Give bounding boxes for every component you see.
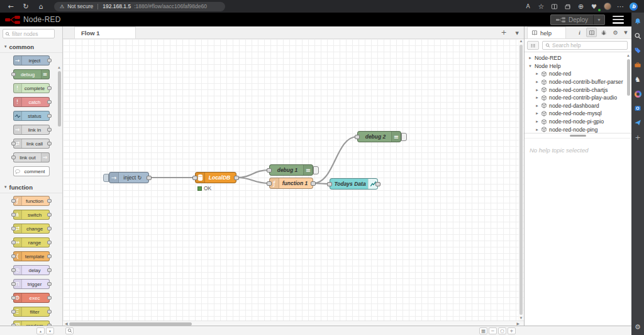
wire[interactable] bbox=[236, 178, 269, 183]
input-port[interactable] bbox=[11, 268, 16, 272]
palette-node-filter[interactable]: Ξfilter bbox=[13, 307, 50, 317]
chevron-right-icon[interactable]: ▸ bbox=[535, 103, 539, 108]
output-port[interactable] bbox=[47, 282, 52, 286]
input-port[interactable] bbox=[11, 241, 16, 244]
chevron-down-icon[interactable]: ▾ bbox=[528, 64, 532, 69]
input-port[interactable] bbox=[11, 296, 16, 300]
read-aloud-icon[interactable]: A bbox=[523, 1, 533, 11]
wire[interactable] bbox=[236, 170, 269, 178]
tab-help[interactable]: help bbox=[527, 26, 566, 38]
scroll-right-icon[interactable]: ▶ bbox=[514, 321, 521, 326]
output-port[interactable] bbox=[47, 241, 52, 244]
sidebar-tab-debug[interactable] bbox=[598, 28, 609, 37]
split-screen-icon[interactable] bbox=[549, 1, 560, 11]
output-port[interactable] bbox=[47, 268, 52, 272]
chevron-right-icon[interactable]: ▸ bbox=[535, 88, 539, 93]
input-port[interactable] bbox=[11, 142, 16, 145]
debug-toggle-button[interactable] bbox=[401, 133, 407, 141]
input-port[interactable] bbox=[192, 176, 197, 180]
chevron-right-icon[interactable]: ▸ bbox=[535, 111, 539, 116]
debug-toggle-button[interactable] bbox=[313, 166, 319, 174]
input-port[interactable] bbox=[11, 254, 16, 258]
deploy-options-caret[interactable]: ▼ bbox=[593, 15, 604, 25]
sidebar-tab-help[interactable] bbox=[586, 28, 597, 37]
help-topic-node-red-contrib-buffer-parser[interactable]: ▸node-red-contrib-buffer-parser bbox=[525, 78, 631, 86]
chevron-right-icon[interactable]: ▸ bbox=[528, 55, 532, 60]
input-port[interactable] bbox=[11, 199, 16, 203]
collapse-all-button[interactable]: ▴ bbox=[36, 327, 45, 334]
palette-scroll-thumb[interactable] bbox=[58, 71, 61, 127]
output-port[interactable] bbox=[47, 114, 52, 118]
address-bar[interactable]: ⚠ Not secure 192.168.1.5:1880/#flow/aacc… bbox=[54, 2, 225, 11]
help-topic-node-red-contrib-play-audio[interactable]: ▸node-red-contrib-play-audio bbox=[525, 94, 631, 102]
output-port[interactable] bbox=[47, 310, 52, 314]
bing-copilot-icon[interactable]: b bbox=[628, 1, 639, 11]
input-port[interactable] bbox=[327, 182, 332, 186]
chart-node[interactable]: Todays Data bbox=[330, 178, 378, 190]
scroll-up-icon[interactable]: ▲ bbox=[626, 54, 630, 58]
input-port[interactable] bbox=[11, 213, 16, 217]
palette-node-template[interactable]: {template bbox=[13, 251, 50, 261]
games-icon[interactable]: ♞ bbox=[633, 75, 642, 84]
refresh-button[interactable]: ↻ bbox=[20, 1, 31, 11]
sidebar-tab-info[interactable]: i bbox=[574, 28, 585, 37]
sidebar-tabs-caret[interactable]: ▼ bbox=[622, 28, 630, 37]
output-port[interactable] bbox=[375, 182, 380, 186]
input-port[interactable] bbox=[355, 135, 360, 139]
palette-node-switch[interactable]: ⋔switch bbox=[13, 210, 50, 220]
extensions-icon[interactable]: ⊕ bbox=[575, 1, 586, 11]
notifications-icon[interactable] bbox=[633, 17, 642, 26]
browser-essentials-icon[interactable]: ♥ bbox=[589, 1, 599, 11]
localdb-node[interactable]: LocalDBOK bbox=[195, 172, 236, 183]
help-topic-node-help[interactable]: ▾Node Help bbox=[525, 62, 631, 71]
debug2-node[interactable]: ≡debug 2 bbox=[357, 131, 401, 142]
palette-filter-input[interactable] bbox=[12, 31, 52, 37]
output-port[interactable] bbox=[47, 128, 52, 132]
palette-node-link-in[interactable]: ⇒link in bbox=[13, 125, 50, 135]
scroll-down-icon[interactable]: ▼ bbox=[519, 316, 523, 321]
input-port[interactable] bbox=[267, 168, 272, 173]
output-port[interactable] bbox=[47, 213, 52, 217]
sidebar-splitter[interactable] bbox=[525, 133, 631, 138]
deploy-button[interactable]: Deploy ▼ bbox=[550, 14, 605, 25]
chevron-right-icon[interactable]: ▸ bbox=[535, 119, 539, 124]
scroll-up-icon[interactable]: ▲ bbox=[57, 65, 61, 70]
palette-node-function[interactable]: ƒfunction bbox=[13, 196, 50, 206]
inject-trigger-button[interactable] bbox=[103, 174, 109, 182]
tab-flow-1[interactable]: Flow 1 bbox=[74, 26, 136, 38]
input-port[interactable] bbox=[11, 310, 16, 314]
palette-node-range[interactable]: ⇔range bbox=[13, 237, 50, 247]
chevron-right-icon[interactable]: ▸ bbox=[535, 79, 539, 84]
wire[interactable] bbox=[313, 137, 357, 183]
flow-canvas[interactable]: →inject ↻LocalDBOK≡debug 1ƒfunction 1≡de… bbox=[63, 39, 524, 321]
output-port[interactable] bbox=[147, 176, 152, 180]
input-port[interactable] bbox=[267, 181, 272, 186]
help-topic-node-red-dashboard[interactable]: ▸node-red-dashboard bbox=[525, 102, 631, 110]
zoom-in-button[interactable]: + bbox=[508, 327, 516, 334]
zoom-reset-button[interactable]: ○ bbox=[498, 327, 506, 334]
canvas-vscroll-thumb[interactable] bbox=[519, 45, 523, 315]
canvas-search-button[interactable] bbox=[65, 327, 74, 334]
outlook-icon[interactable] bbox=[633, 104, 642, 113]
more-menu-icon[interactable]: ⋯ bbox=[615, 1, 626, 11]
help-topic-node-red-node-ping[interactable]: ▸node-red-node-ping bbox=[525, 125, 631, 133]
search-icon[interactable] bbox=[633, 31, 642, 40]
navigator-button[interactable]: ▦ bbox=[479, 327, 487, 334]
output-port[interactable] bbox=[47, 59, 52, 62]
canvas-horizontal-scrollbar[interactable]: ◀ ▶ bbox=[63, 321, 524, 326]
palette-node-inject[interactable]: →inject bbox=[13, 55, 50, 65]
zoom-out-button[interactable]: − bbox=[489, 327, 497, 334]
tools-icon[interactable] bbox=[633, 60, 642, 69]
palette-node-trigger[interactable]: ⊓trigger bbox=[13, 279, 50, 289]
output-port[interactable] bbox=[47, 100, 52, 104]
home-button[interactable]: ⌂ bbox=[35, 1, 47, 11]
sidebar-tab-config[interactable]: ⚙ bbox=[610, 28, 621, 37]
inject-node[interactable]: →inject ↻ bbox=[109, 172, 149, 183]
palette-node-status[interactable]: status bbox=[13, 111, 50, 121]
tree-scroll-thumb[interactable] bbox=[627, 59, 630, 96]
palette-node-exec[interactable]: ⚙exec bbox=[13, 293, 50, 303]
palette-node-link-call[interactable]: ⇄link call bbox=[13, 139, 50, 149]
expand-all-button[interactable]: ▾ bbox=[46, 327, 54, 334]
input-port[interactable] bbox=[11, 282, 16, 286]
palette-category-function[interactable]: ▾function bbox=[0, 181, 62, 193]
